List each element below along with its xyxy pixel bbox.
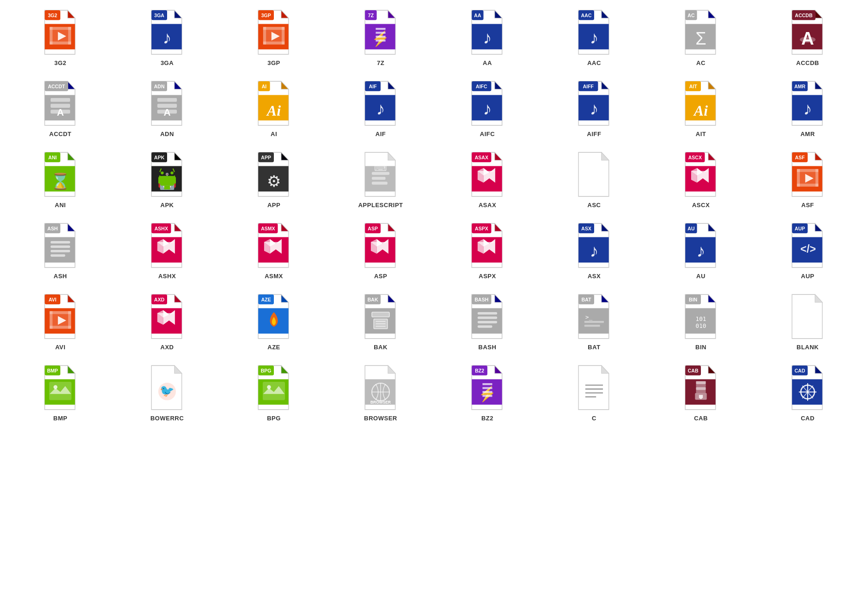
svg-rect-7 xyxy=(68,27,71,45)
icon-item-ai[interactable]: AI Ai AI xyxy=(223,80,325,137)
file-icon-bmp: BMP xyxy=(39,365,81,411)
svg-rect-185 xyxy=(478,321,497,323)
icon-label-bin: BIN xyxy=(695,344,706,351)
icon-item-browser[interactable]: BROWSER BROWSER xyxy=(330,365,432,422)
icon-item-amr[interactable]: AMR ♪ AMR xyxy=(757,80,859,137)
svg-rect-29 xyxy=(376,39,385,41)
svg-text:3GA: 3GA xyxy=(154,13,164,18)
file-icon-app: APP ⚙ xyxy=(253,151,295,198)
svg-rect-219 xyxy=(482,383,492,385)
svg-rect-173 xyxy=(372,312,389,317)
svg-text:CAB: CAB xyxy=(688,368,699,373)
icon-item-aze[interactable]: AZE AZE xyxy=(223,294,325,351)
icon-item-bak[interactable]: BAK BAK xyxy=(330,294,432,351)
icon-item-bowerrc[interactable]: 🐦 BOWERRC xyxy=(116,365,218,422)
file-icon-blank xyxy=(787,294,829,340)
icon-item-ait[interactable]: AIT Ai AIT xyxy=(650,80,752,137)
file-icon-ashx: ASHX xyxy=(146,222,188,269)
svg-point-93 xyxy=(161,171,163,174)
icon-item-ani[interactable]: ANI ⌛ ANI xyxy=(9,151,111,209)
icon-item-asx[interactable]: ASX ♪ ASX xyxy=(543,222,645,280)
icon-item-accdb[interactable]: ACCDB A ACCDB xyxy=(757,9,859,66)
file-icon-c xyxy=(573,365,615,411)
icon-label-adn: ADN xyxy=(160,131,174,137)
svg-text:BIN: BIN xyxy=(689,297,697,302)
file-icon-asc xyxy=(573,151,615,198)
icon-item-ash[interactable]: ASH ASH xyxy=(9,222,111,280)
icon-item-app[interactable]: APP ⚙ APP xyxy=(223,151,325,209)
icon-item-bpg[interactable]: BPG BPG xyxy=(223,365,325,422)
icon-item-axd[interactable]: AXD AXD xyxy=(116,294,218,351)
icon-item-adn[interactable]: ADN A ADN xyxy=(116,80,218,137)
icon-item-blank[interactable]: BLANK xyxy=(757,294,859,351)
icon-item-3gp[interactable]: 3GP 3GP xyxy=(223,9,325,66)
icon-item-aiff[interactable]: AIFF ♪ AIFF xyxy=(543,80,645,137)
icon-item-ashx[interactable]: ASHX ASHX xyxy=(116,222,218,280)
icon-item-asc[interactable]: ASC xyxy=(543,151,645,209)
icon-item-applescript[interactable]: ⌨ APPLESCRIPT xyxy=(330,151,432,209)
icon-item-asf[interactable]: ASF ASF xyxy=(757,151,859,209)
icon-label-aup: AUP xyxy=(801,273,815,280)
svg-point-209 xyxy=(267,385,271,389)
svg-rect-50 xyxy=(51,98,70,102)
icon-item-bin[interactable]: BIN 101 010 BIN xyxy=(650,294,752,351)
icon-label-avi: AVI xyxy=(55,344,65,351)
icon-item-asmx[interactable]: ASMX ASMX xyxy=(223,222,325,280)
svg-rect-6 xyxy=(50,27,52,45)
file-icon-ascx: ASCX xyxy=(680,151,722,198)
icon-item-aspx[interactable]: ASPX ASPX xyxy=(436,222,538,280)
icon-item-3ga[interactable]: 3GA ♪ 3GA xyxy=(116,9,218,66)
icon-item-cab[interactable]: CAB CAB xyxy=(650,365,752,422)
icon-item-asp[interactable]: ASP ASP xyxy=(330,222,432,280)
icon-item-aif[interactable]: AIF ♪ AIF xyxy=(330,80,432,137)
svg-text:ACCDT: ACCDT xyxy=(48,84,65,89)
svg-text:ASAX: ASAX xyxy=(475,155,488,160)
icon-item-asax[interactable]: ASAX ASAX xyxy=(436,151,538,209)
icon-item-bash[interactable]: BASH BASH xyxy=(436,294,538,351)
icon-item-aifc[interactable]: AIFC ♪ AIFC xyxy=(436,80,538,137)
icon-item-accdt[interactable]: ACCDT A ACCDT xyxy=(9,80,111,137)
icon-item-au[interactable]: AU ♪ AU xyxy=(650,222,752,280)
svg-text:AU: AU xyxy=(687,226,694,231)
svg-text:♪: ♪ xyxy=(803,99,812,118)
icon-item-ac[interactable]: AC Σ AC xyxy=(650,9,752,66)
svg-text:AZE: AZE xyxy=(261,297,271,302)
svg-rect-222 xyxy=(482,395,492,397)
icon-item-aup[interactable]: AUP </> AUP xyxy=(757,222,859,280)
svg-text:♪: ♪ xyxy=(590,99,599,118)
svg-text:APP: APP xyxy=(261,155,271,160)
svg-text:♪: ♪ xyxy=(483,99,492,118)
icon-label-aiff: AIFF xyxy=(587,131,602,137)
icon-item-ascx[interactable]: ASCX ASCX xyxy=(650,151,752,209)
file-icon-applescript: ⌨ xyxy=(360,151,402,198)
svg-text:AA: AA xyxy=(474,13,481,18)
icon-item-cad[interactable]: CAD CAD xyxy=(757,365,859,422)
file-icon-aup: AUP </> xyxy=(787,222,829,269)
svg-rect-20 xyxy=(282,27,285,45)
icon-label-aifc: AIFC xyxy=(480,131,495,137)
icon-item-avi[interactable]: AVI AVI xyxy=(9,294,111,351)
svg-text:3G2: 3G2 xyxy=(48,13,57,18)
icon-grid: 3G2 3G2 3GA ♪ 3GA 3GP xyxy=(9,9,859,422)
icon-item-bz2[interactable]: BZ2 ⚡ BZ2 xyxy=(436,365,538,422)
svg-text:ASP: ASP xyxy=(368,226,378,231)
svg-text:AUP: AUP xyxy=(795,226,805,231)
svg-rect-192 xyxy=(584,325,600,327)
icon-item-aac[interactable]: AAC ♪ AAC xyxy=(543,9,645,66)
icon-label-asp: ASP xyxy=(374,273,387,280)
svg-text:BPG: BPG xyxy=(261,368,272,373)
file-icon-aa: AA ♪ xyxy=(466,9,508,56)
svg-rect-28 xyxy=(376,36,385,38)
icon-item-3g2[interactable]: 3G2 3G2 xyxy=(9,9,111,66)
icon-item-c[interactable]: C xyxy=(543,365,645,422)
icon-label-aif: AIF xyxy=(376,131,386,137)
svg-text:AIFF: AIFF xyxy=(583,84,594,89)
svg-rect-221 xyxy=(482,391,492,393)
icon-item-7z[interactable]: 7Z ⚡ 7Z xyxy=(330,9,432,66)
icon-item-bmp[interactable]: BMP BMP xyxy=(9,365,111,422)
svg-text:♪: ♪ xyxy=(697,241,706,261)
icon-item-aa[interactable]: AA ♪ AA xyxy=(436,9,538,66)
svg-rect-232 xyxy=(696,387,706,390)
icon-item-apk[interactable]: APK 🤖 APK xyxy=(116,151,218,209)
icon-item-bat[interactable]: BAT >_ BAT xyxy=(543,294,645,351)
